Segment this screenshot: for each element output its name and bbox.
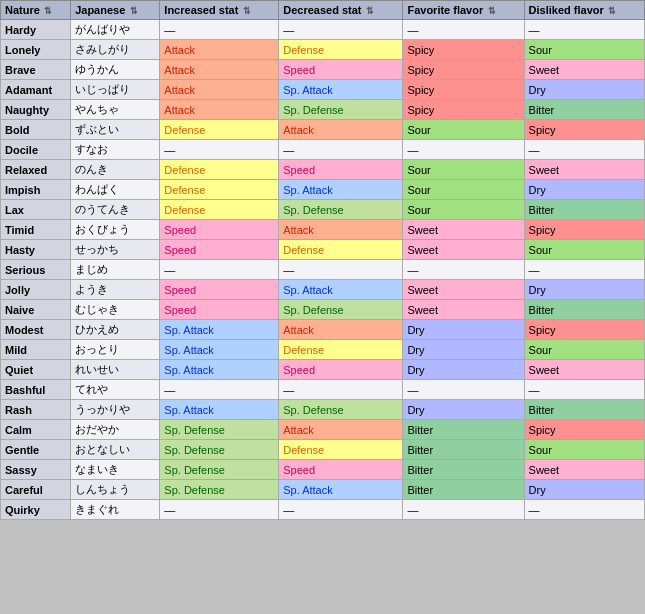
cell-nature: Bashful [1,380,71,400]
cell-increased: Sp. Defense [160,440,279,460]
cell-japanese: おとなしい [71,440,160,460]
cell-disliked: Spicy [524,320,644,340]
header-increased[interactable]: Increased stat ⇅ [160,1,279,20]
cell-decreased: Sp. Attack [279,480,403,500]
cell-increased: Attack [160,100,279,120]
cell-increased: Defense [160,180,279,200]
table-row: MildおっとりSp. AttackDefenseDrySour [1,340,645,360]
cell-favorite: Spicy [403,80,524,100]
table-row: TimidおくびょうSpeedAttackSweetSpicy [1,220,645,240]
cell-nature: Careful [1,480,71,500]
cell-nature: Naive [1,300,71,320]
cell-decreased: Attack [279,420,403,440]
table-row: SassyなまいきSp. DefenseSpeedBitterSweet [1,460,645,480]
cell-decreased: Defense [279,40,403,60]
cell-increased: — [160,20,279,40]
cell-favorite: — [403,140,524,160]
cell-decreased: — [279,260,403,280]
cell-japanese: ひかえめ [71,320,160,340]
cell-nature: Relaxed [1,160,71,180]
cell-disliked: Sour [524,40,644,60]
cell-decreased: Attack [279,320,403,340]
table-row: NaughtyやんちゃAttackSp. DefenseSpicyBitter [1,100,645,120]
header-favorite[interactable]: Favorite flavor ⇅ [403,1,524,20]
header-row: Nature ⇅Japanese ⇅Increased stat ⇅Decrea… [1,1,645,20]
cell-increased: Speed [160,280,279,300]
cell-favorite: Dry [403,340,524,360]
cell-favorite: Dry [403,400,524,420]
cell-favorite: Spicy [403,40,524,60]
cell-nature: Sassy [1,460,71,480]
cell-disliked: Sweet [524,460,644,480]
cell-increased: Speed [160,240,279,260]
table-row: RashうっかりやSp. AttackSp. DefenseDryBitter [1,400,645,420]
cell-nature: Serious [1,260,71,280]
cell-increased: Speed [160,300,279,320]
cell-increased: Attack [160,40,279,60]
cell-nature: Quiet [1,360,71,380]
cell-disliked: Bitter [524,300,644,320]
cell-japanese: さみしがり [71,40,160,60]
cell-japanese: いじっぱり [71,80,160,100]
cell-increased: — [160,380,279,400]
cell-nature: Jolly [1,280,71,300]
table-row: LaxのうてんきDefenseSp. DefenseSourBitter [1,200,645,220]
cell-nature: Timid [1,220,71,240]
cell-japanese: きまぐれ [71,500,160,520]
cell-disliked: — [524,260,644,280]
cell-disliked: Sweet [524,160,644,180]
cell-decreased: Sp. Defense [279,100,403,120]
cell-disliked: — [524,500,644,520]
header-decreased[interactable]: Decreased stat ⇅ [279,1,403,20]
cell-favorite: Bitter [403,460,524,480]
cell-disliked: Bitter [524,100,644,120]
sort-icon-favorite: ⇅ [485,6,496,16]
cell-increased: Sp. Defense [160,460,279,480]
cell-favorite: Sweet [403,240,524,260]
cell-favorite: Sour [403,180,524,200]
table-row: LonelyさみしがりAttackDefenseSpicySour [1,40,645,60]
cell-japanese: おっとり [71,340,160,360]
cell-decreased: Speed [279,160,403,180]
cell-japanese: うっかりや [71,400,160,420]
cell-japanese: しんちょう [71,480,160,500]
cell-japanese: のうてんき [71,200,160,220]
cell-disliked: Dry [524,80,644,100]
cell-disliked: Dry [524,280,644,300]
cell-nature: Brave [1,60,71,80]
cell-favorite: Sweet [403,300,524,320]
header-disliked[interactable]: Disliked flavor ⇅ [524,1,644,20]
table-row: ModestひかえめSp. AttackAttackDrySpicy [1,320,645,340]
cell-decreased: Sp. Defense [279,400,403,420]
cell-japanese: おくびょう [71,220,160,240]
nature-table: Nature ⇅Japanese ⇅Increased stat ⇅Decrea… [0,0,645,520]
cell-decreased: Defense [279,240,403,260]
table-row: Quirkyきまぐれ———— [1,500,645,520]
table-row: BoldずぶといDefenseAttackSourSpicy [1,120,645,140]
header-japanese[interactable]: Japanese ⇅ [71,1,160,20]
table-row: QuietれいせいSp. AttackSpeedDrySweet [1,360,645,380]
table-row: CalmおだやかSp. DefenseAttackBitterSpicy [1,420,645,440]
header-nature[interactable]: Nature ⇅ [1,1,71,20]
cell-increased: Sp. Attack [160,360,279,380]
cell-decreased: Speed [279,360,403,380]
cell-nature: Hardy [1,20,71,40]
cell-nature: Modest [1,320,71,340]
cell-japanese: のんき [71,160,160,180]
cell-favorite: Spicy [403,60,524,80]
cell-japanese: すなお [71,140,160,160]
cell-favorite: Dry [403,320,524,340]
cell-decreased: Defense [279,340,403,360]
cell-disliked: Sour [524,440,644,460]
cell-decreased: Sp. Attack [279,180,403,200]
table-row: HastyせっかちSpeedDefenseSweetSour [1,240,645,260]
cell-japanese: やんちゃ [71,100,160,120]
cell-decreased: Sp. Defense [279,300,403,320]
cell-favorite: — [403,260,524,280]
cell-nature: Lonely [1,40,71,60]
cell-nature: Impish [1,180,71,200]
table-row: NaiveむじゃきSpeedSp. DefenseSweetBitter [1,300,645,320]
sort-icon-nature: ⇅ [42,6,53,16]
sort-icon-disliked: ⇅ [606,6,617,16]
table-body: Hardyがんばりや————LonelyさみしがりAttackDefenseSp… [1,20,645,520]
